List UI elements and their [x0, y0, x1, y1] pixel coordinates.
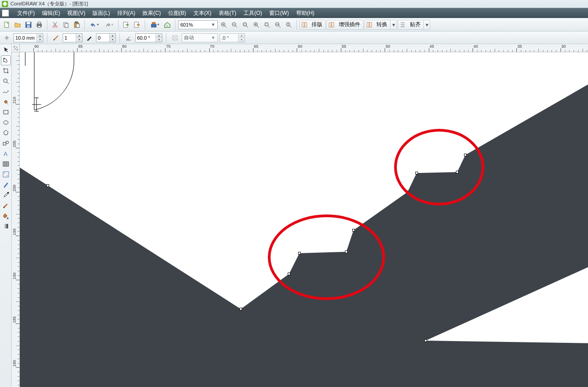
svg-rect-37 [4, 110, 8, 114]
menu-bitmap[interactable]: 位图(B) [165, 8, 190, 18]
zoom-combo[interactable]: 601% ▾ [178, 20, 218, 29]
menu-help[interactable]: 帮助(H) [293, 8, 318, 18]
polygon-tool[interactable] [1, 128, 11, 138]
plugin-button[interactable]: 增强插件 [326, 20, 363, 30]
spin-down[interactable]: ▾ [37, 38, 43, 42]
svg-point-8 [55, 26, 57, 27]
zoom-all-button[interactable] [251, 20, 261, 30]
node[interactable] [46, 184, 49, 187]
rectangle-tool[interactable] [1, 107, 11, 117]
outline-tool[interactable] [1, 200, 11, 210]
text-tool[interactable]: A [1, 149, 11, 159]
toolbar-separator [47, 20, 47, 30]
redo-button[interactable]: ▾ [102, 20, 115, 30]
annotation-circle [268, 214, 385, 300]
print-button[interactable] [34, 20, 44, 30]
menu-tools[interactable]: 工具(O) [240, 8, 266, 18]
freehand-tool[interactable] [1, 87, 11, 96]
svg-point-46 [7, 192, 9, 194]
layout-icon [300, 20, 309, 29]
align-button[interactable]: 贴齐 ▾ [398, 20, 430, 30]
annotation-circle [394, 129, 484, 205]
zoom-tool[interactable] [1, 76, 11, 86]
toolbar-separator [145, 20, 145, 30]
menu-arrange[interactable]: 排列(A) [114, 8, 139, 18]
zoom-width-button[interactable] [273, 20, 283, 30]
menu-effects[interactable]: 效果(C) [139, 8, 165, 18]
new-button[interactable] [2, 20, 12, 30]
document-icon [2, 9, 9, 17]
smart-fill-tool[interactable] [1, 97, 11, 107]
plugin-icon [327, 20, 336, 29]
copy-button[interactable] [61, 20, 71, 30]
app-launcher-button[interactable]: ▾ [148, 20, 161, 30]
save-button[interactable] [23, 20, 33, 30]
svg-rect-28 [302, 22, 304, 27]
ruler-origin[interactable] [12, 44, 20, 52]
svg-rect-21 [244, 23, 246, 25]
zoom-in-button[interactable] [219, 20, 229, 30]
pen-value-input[interactable]: ▴▾ [96, 33, 116, 42]
table-tool[interactable] [1, 159, 11, 169]
menu-window[interactable]: 窗口(W) [266, 8, 292, 18]
paste-button[interactable] [72, 20, 82, 30]
export-button[interactable] [132, 20, 142, 30]
ellipse-tool[interactable] [1, 118, 11, 127]
zoom-page-button[interactable] [262, 20, 272, 30]
chevron-down-icon: ▾ [210, 21, 216, 29]
svg-rect-2 [27, 22, 30, 24]
shape-tool[interactable] [1, 55, 11, 65]
pick-tool[interactable] [1, 45, 11, 55]
outline-width-input[interactable]: ▴▾ [63, 33, 83, 42]
open-button[interactable] [13, 20, 23, 30]
svg-point-35 [4, 79, 7, 82]
layout-button[interactable]: 排版 [299, 20, 326, 30]
menu-file[interactable]: 文件(F) [14, 8, 38, 18]
window-title: CorelDRAW X4（专业版）- [图形1] [10, 0, 88, 7]
svg-rect-42 [3, 162, 9, 166]
vertical-ruler[interactable]: 210205200195190185180 [12, 52, 20, 387]
welcome-button[interactable] [162, 20, 172, 30]
cut-button[interactable] [50, 20, 60, 30]
angle-icon [124, 33, 133, 43]
svg-point-36 [8, 91, 9, 91]
rotate-input[interactable]: ▴▾ [220, 33, 245, 42]
svg-rect-39 [3, 142, 6, 145]
convert-button[interactable]: 转换 ▾ [364, 20, 397, 30]
svg-rect-12 [75, 22, 78, 23]
menu-edit[interactable]: 编辑(E) [38, 8, 64, 18]
spin-up[interactable]: ▴ [37, 34, 43, 38]
align-icon [398, 20, 407, 29]
dimension-tool[interactable] [1, 169, 11, 179]
undo-button[interactable]: ▾ [87, 20, 101, 30]
angle-input[interactable]: ▴▾ [135, 33, 162, 42]
node[interactable] [424, 339, 427, 342]
property-bar: ▴▾ ▴▾ ▴▾ ▴▾ 自动 ▾ ▴▾ [0, 32, 588, 44]
svg-rect-10 [65, 23, 68, 27]
menu-view[interactable]: 视图(V) [64, 8, 89, 18]
menu-layout[interactable]: 版面(L) [89, 8, 114, 18]
eyedropper-tool[interactable] [1, 190, 11, 200]
convert-icon [365, 20, 374, 29]
zoom-out-button[interactable] [230, 20, 239, 30]
menu-text[interactable]: 文本(X) [190, 8, 215, 18]
interactive-tool[interactable] [1, 180, 11, 190]
zoom-height-button[interactable] [284, 20, 294, 30]
drawing-canvas[interactable] [20, 52, 588, 387]
basic-shapes-tool[interactable] [1, 138, 11, 148]
horizontal-ruler[interactable]: 90858075706560555045403530 [20, 44, 588, 52]
node[interactable] [239, 308, 242, 310]
fill-tool[interactable] [1, 211, 11, 221]
title-bar: CorelDRAW X4（专业版）- [图形1] [0, 0, 588, 8]
svg-point-38 [4, 121, 8, 124]
svg-text:A: A [4, 150, 8, 157]
outline-icon [51, 33, 61, 43]
import-button[interactable] [121, 20, 131, 30]
interactive-fill-tool[interactable] [1, 221, 11, 231]
crop-tool[interactable] [1, 66, 11, 76]
nudge-input[interactable]: ▴▾ [14, 33, 43, 42]
fill-combo[interactable]: 自动 ▾ [182, 33, 218, 42]
zoom-selection-button[interactable] [240, 20, 250, 30]
menu-table[interactable]: 表格(T) [215, 8, 240, 18]
svg-point-20 [243, 23, 247, 26]
